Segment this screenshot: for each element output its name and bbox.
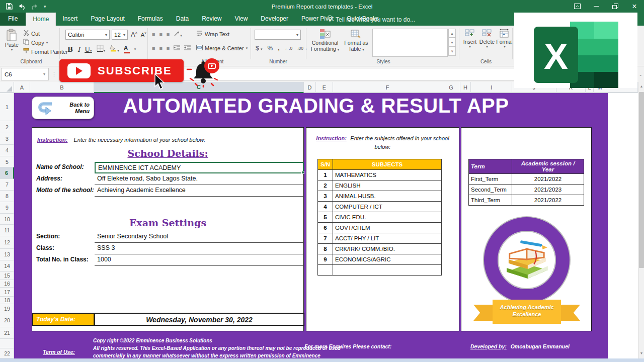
- percent-style-icon[interactable]: %: [268, 45, 273, 52]
- ribbon-tab[interactable]: Home: [26, 13, 56, 26]
- format-painter-button[interactable]: Format Painter: [23, 48, 68, 55]
- row-header[interactable]: 15: [0, 272, 14, 280]
- column-header[interactable]: H: [460, 82, 471, 93]
- tell-me-box[interactable]: Tell me what you want to do...: [318, 13, 420, 27]
- row-header[interactable]: 2: [0, 121, 14, 133]
- section-cell[interactable]: Senior Secondary School: [95, 231, 304, 243]
- column-header[interactable]: F: [333, 82, 442, 93]
- subject-row[interactable]: 2ENGLISH: [318, 180, 442, 191]
- column-header[interactable]: A: [14, 82, 30, 93]
- scrollbar-thumb[interactable]: [639, 92, 644, 268]
- borders-icon[interactable]: ▾: [97, 45, 106, 54]
- font-size-combo[interactable]: 12▾: [112, 30, 128, 40]
- close-button[interactable]: ×: [625, 0, 644, 13]
- number-format-combo[interactable]: ▾: [255, 30, 301, 40]
- row-header[interactable]: 21: [0, 327, 14, 339]
- row-header[interactable]: 4: [0, 145, 14, 156]
- column-header[interactable]: E: [316, 82, 333, 93]
- align-center-icon[interactable]: ≡: [159, 45, 162, 51]
- row-header[interactable]: 3: [0, 133, 14, 145]
- ribbon-tab[interactable]: View: [228, 13, 255, 26]
- column-header[interactable]: I: [471, 82, 512, 93]
- bold-icon[interactable]: B: [67, 46, 73, 53]
- fill-color-icon[interactable]: ▾: [110, 45, 119, 54]
- subject-row[interactable]: 5CIVIC EDU.: [318, 212, 442, 223]
- cell-styles-gallery[interactable]: [372, 29, 448, 57]
- wrap-text-button[interactable]: Wrap Text: [196, 31, 229, 38]
- decrease-font-icon[interactable]: A˅: [141, 31, 146, 38]
- conditional-formatting-button[interactable]: ConditionalFormatting ▾: [310, 29, 340, 52]
- term-row[interactable]: Third_Term2021/2022: [469, 195, 584, 206]
- row-header[interactable]: 16: [0, 280, 14, 288]
- row-header[interactable]: 7: [0, 179, 14, 191]
- align-left-icon[interactable]: ≡: [152, 45, 155, 51]
- school-name-cell[interactable]: EMMINENCE ICT ACADEMY: [95, 162, 304, 173]
- row-header[interactable]: 18: [0, 297, 14, 304]
- ribbon-display-options-icon[interactable]: [568, 0, 587, 13]
- row-header[interactable]: 5: [0, 156, 14, 167]
- row-header[interactable]: 1: [0, 93, 14, 121]
- term-row[interactable]: Second_Term2021/2023: [469, 185, 584, 195]
- row-header[interactable]: 20: [0, 313, 14, 327]
- row-header[interactable]: 11: [0, 225, 14, 236]
- class-cell[interactable]: SSS 3: [95, 243, 304, 254]
- merge-center-button[interactable]: Merge & Center▾: [196, 45, 248, 52]
- font-color-icon[interactable]: A: [124, 45, 130, 54]
- back-to-menu-button[interactable]: Back toMenu: [32, 97, 94, 119]
- school-address-cell[interactable]: Off Elekete road, Sabo Lagos State.: [95, 173, 304, 185]
- row-header[interactable]: 10: [0, 214, 14, 225]
- align-bottom-icon[interactable]: ≡: [167, 31, 170, 37]
- row-header[interactable]: 17: [0, 288, 14, 297]
- formula-bar-expand-icon[interactable]: ⌄: [638, 72, 642, 77]
- scroll-down-icon[interactable]: ▼: [639, 350, 644, 356]
- row-header[interactable]: 6: [0, 167, 14, 179]
- increase-decimal-icon[interactable]: ←.0: [285, 46, 293, 51]
- comma-style-icon[interactable]: ,: [278, 45, 279, 52]
- name-box-dropdown-icon[interactable]: ▾: [43, 72, 45, 76]
- row-header[interactable]: 8: [0, 191, 14, 202]
- subject-row[interactable]: 7ACCT/ PHY / LIT: [318, 233, 442, 244]
- decrease-indent-icon[interactable]: [174, 45, 180, 51]
- name-box[interactable]: C6 ▾: [1, 68, 49, 80]
- row-header[interactable]: [0, 339, 14, 348]
- ribbon-tab[interactable]: Developer: [254, 13, 295, 26]
- ribbon-tab[interactable]: Formulas: [131, 13, 170, 26]
- school-motto-cell[interactable]: Achieving Academic Excellence: [95, 185, 304, 197]
- total-in-class-cell[interactable]: 1000: [95, 254, 304, 266]
- font-name-combo[interactable]: Calibri▾: [65, 30, 110, 40]
- minimize-button[interactable]: [587, 0, 606, 13]
- row-header[interactable]: 22: [0, 348, 14, 358]
- styles-gallery-scroll[interactable]: ▲▼⊽: [448, 29, 456, 56]
- ribbon-tab[interactable]: Page Layout: [84, 13, 131, 26]
- scroll-up-icon[interactable]: ▲: [639, 83, 644, 89]
- column-header[interactable]: B: [30, 82, 94, 93]
- subject-row[interactable]: 6GOVT/CHEM: [318, 223, 442, 233]
- todays-date-value[interactable]: Wednesday, November 30, 2022: [95, 313, 304, 326]
- italic-icon[interactable]: I: [77, 46, 80, 53]
- maximize-button[interactable]: [606, 0, 625, 13]
- term-row[interactable]: First_Term2021/2022: [469, 174, 584, 185]
- subject-row[interactable]: 4COMPUTER / ICT: [318, 202, 442, 212]
- subject-row[interactable]: 9ECONOMICS/AGRIC: [318, 254, 442, 265]
- ribbon-tab[interactable]: Review: [195, 13, 228, 26]
- ribbon-tab[interactable]: Data: [170, 13, 195, 26]
- subject-row[interactable]: 1MATHEMATICS: [318, 170, 442, 180]
- format-as-table-button[interactable]: Format asTable ▾: [342, 29, 370, 52]
- ribbon-tab[interactable]: Insert: [56, 13, 84, 26]
- notification-bell-overlay[interactable]: [184, 56, 224, 87]
- align-top-icon[interactable]: ≡: [152, 31, 155, 37]
- row-header[interactable]: 14: [0, 260, 14, 272]
- row-header[interactable]: 13: [0, 249, 14, 260]
- row-header[interactable]: 19: [0, 304, 14, 313]
- insert-cells-button[interactable]: Insert▾: [462, 29, 478, 49]
- align-middle-icon[interactable]: ≡: [159, 31, 162, 37]
- format-cells-button[interactable]: Format▾: [496, 29, 513, 49]
- delete-cells-button[interactable]: Delete▾: [479, 29, 495, 49]
- subject-row[interactable]: [318, 265, 442, 276]
- column-header[interactable]: D: [304, 82, 316, 93]
- row-header[interactable]: 9: [0, 202, 14, 214]
- row-header[interactable]: 12: [0, 236, 14, 249]
- vertical-scrollbar[interactable]: ▲ ▼: [638, 82, 644, 358]
- subject-row[interactable]: 8CRK/IRK/ COMM./BIO.: [318, 244, 442, 254]
- orientation-icon[interactable]: ▾: [174, 31, 182, 38]
